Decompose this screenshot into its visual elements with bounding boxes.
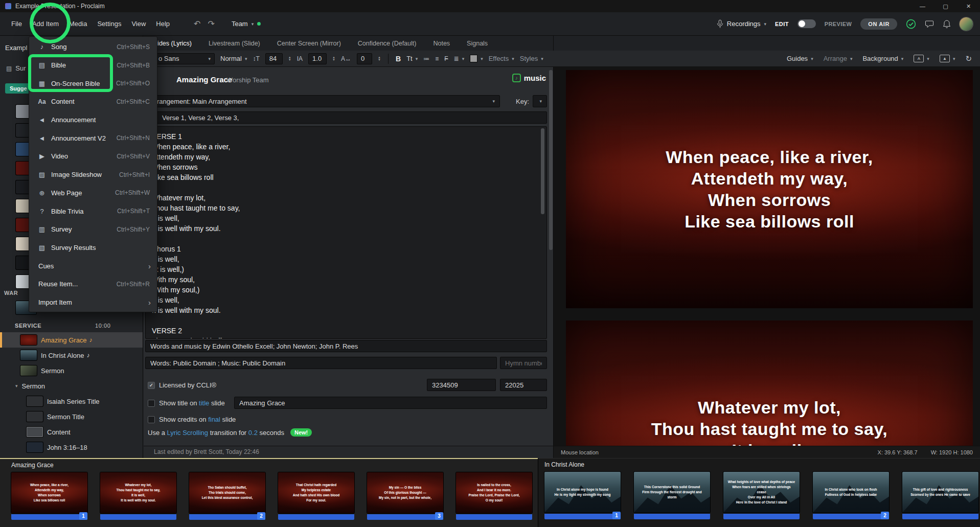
effects-dropdown[interactable]: Effects ▾ <box>489 55 514 62</box>
menubar-view[interactable]: View <box>126 15 151 32</box>
bullet-list-icon[interactable]: ≔ <box>423 55 429 62</box>
guides-dropdown[interactable]: Guides ▾ <box>787 55 813 62</box>
alignment-select[interactable]: ≣ ▾ <box>454 55 465 62</box>
ccli-checkbox[interactable]: ✓ <box>148 382 155 389</box>
team-dropdown[interactable]: Team ▾ <box>232 20 261 28</box>
slide-thumbnail[interactable]: In Christ alone my hope is foundHe is my… <box>544 472 621 519</box>
slide-thumbnail[interactable]: This gift of love and righteousnessScorn… <box>902 472 978 519</box>
tab-signals[interactable]: Signals <box>467 40 488 47</box>
text-case-select[interactable]: Tt ▾ <box>406 55 418 62</box>
clear-formatting-icon[interactable]: F <box>444 55 448 62</box>
letter-spacing-stepper[interactable]: ▲▼ <box>378 56 381 61</box>
arrange-dropdown[interactable]: Arrange ▾ <box>824 55 853 62</box>
lyrics-scrollbar[interactable] <box>541 128 544 214</box>
refresh-icon[interactable]: ↻ <box>965 54 972 63</box>
sidebar-nav-row[interactable]: ▤ Sur <box>6 64 26 72</box>
tab-confidence-default[interactable]: Confidence (Default) <box>358 40 417 47</box>
service-item-isaiah-series-title[interactable]: Isaiah Series Title <box>0 394 143 409</box>
service-item-amazing-grace[interactable]: Amazing Grace♪ <box>0 332 143 348</box>
hymn-number-input[interactable] <box>500 357 547 369</box>
font-style-select[interactable]: Normal ▾ <box>220 55 247 62</box>
menu-item-import-item[interactable]: Import Item› <box>29 293 157 312</box>
menu-item-cues[interactable]: Cues› <box>29 257 157 275</box>
tab-notes[interactable]: Notes <box>433 40 450 47</box>
show-credits-checkbox[interactable] <box>148 416 155 423</box>
menu-item-bible-trivia[interactable]: ?Bible TriviaCtrl+Shift+T <box>29 202 157 220</box>
font-size-input[interactable]: 84 <box>265 53 283 64</box>
menu-item-survey-results[interactable]: ▧Survey Results <box>29 239 157 257</box>
slide-thumbnail[interactable]: Whatever my lot,Thou hast taught me to s… <box>100 472 176 520</box>
preview-slide-next[interactable]: Whatever my lot,Thou hast taught me to s… <box>566 320 973 458</box>
menu-item-reuse-item[interactable]: Reuse Item...Ctrl+Shift+R <box>29 275 157 293</box>
service-item-sermon[interactable]: Sermon <box>0 363 143 378</box>
background-dropdown[interactable]: Background ▾ <box>862 55 903 62</box>
slide-thumbnail[interactable]: When peace, like a river,Attendeth my wa… <box>11 472 87 520</box>
authors-input[interactable] <box>145 340 547 352</box>
styles-dropdown[interactable]: Styles ▾ <box>520 55 543 62</box>
notifications-bell-icon[interactable] <box>943 19 951 29</box>
editor-scrollbar[interactable] <box>549 70 553 250</box>
line-spacing-icon[interactable]: ≡ <box>435 55 439 62</box>
minimize-button[interactable]: — <box>911 0 934 12</box>
recordings-dropdown[interactable]: Recordings ▾ <box>717 19 766 29</box>
slide-thumbnail[interactable]: What heights of love what depths of peac… <box>723 472 800 519</box>
status-check-icon[interactable] <box>906 19 916 29</box>
faithlife-music-link[interactable]: ♪ music <box>512 74 546 82</box>
tab-slides-lyrics[interactable]: Slides (Lyrics) <box>152 40 192 47</box>
font-family-select[interactable]: o Sans ▾ <box>154 53 215 64</box>
line-height-stepper[interactable]: ▲▼ <box>332 56 335 61</box>
edit-preview-toggle[interactable] <box>797 19 816 28</box>
text-color-select[interactable]: ▾ <box>470 55 483 62</box>
line-height-input[interactable]: 1.0 <box>308 53 327 64</box>
maximize-button[interactable]: ▢ <box>934 0 957 12</box>
insert-image-dropdown[interactable]: ▲ ▾ <box>940 55 955 62</box>
redo-icon[interactable]: ↷ <box>204 19 218 29</box>
menubar-settings[interactable]: Settings <box>92 15 126 32</box>
chat-icon[interactable] <box>925 19 934 29</box>
transition-duration-link[interactable]: 0.2 <box>248 429 258 437</box>
ccli-expiry-input[interactable] <box>500 379 547 391</box>
show-title-checkbox[interactable] <box>148 400 155 407</box>
song-team-tab[interactable]: Worship Team <box>226 76 269 84</box>
letter-spacing-input[interactable]: 0 <box>357 53 372 64</box>
tab-center-screen-mirror[interactable]: Center Screen (Mirror) <box>277 40 341 47</box>
transition-type-link[interactable]: Lyric Scrolling <box>167 429 208 437</box>
menu-item-announcement[interactable]: ◄Announcement <box>29 111 157 129</box>
on-air-button[interactable]: ON AIR <box>860 18 897 30</box>
service-item-in-christ-alone[interactable]: In Christ Alone♪ <box>0 348 143 363</box>
slide-thumbnail[interactable]: Is nailed to the cross,And I bear it no … <box>456 472 532 520</box>
menu-item-video[interactable]: ▶VideoCtrl+Shift+V <box>29 147 157 166</box>
copyright-input[interactable] <box>145 357 497 369</box>
close-button[interactable]: ✕ <box>957 0 980 12</box>
service-item-sermon-title[interactable]: Sermon Title <box>0 409 143 424</box>
undo-icon[interactable]: ↶ <box>190 19 204 29</box>
slide-thumbnail[interactable]: Tho Satan should buffet,Tho trials shoul… <box>189 472 265 520</box>
arrangement-select[interactable]: Arrangement: Main Arrangement ▾ <box>145 95 500 107</box>
menu-item-announcement-v2[interactable]: ◄Announcement V2Ctrl+Shift+N <box>29 129 157 147</box>
lyrics-editor[interactable]: VERSE 1 When peace, like a river, Attend… <box>145 126 547 339</box>
menu-item-image-slideshow[interactable]: ▨Image SlideshowCtrl+Shift+I <box>29 166 157 184</box>
slide-thumbnail[interactable]: In Christ alone who took on fleshFullnes… <box>813 472 889 519</box>
menubar-file[interactable]: File <box>6 15 27 32</box>
service-item-john-3-16-18[interactable]: John 3:16–18 <box>0 440 143 455</box>
menu-item-content[interactable]: AaContentCtrl+Shift+C <box>29 93 157 111</box>
insert-textbox-dropdown[interactable]: A ▾ <box>914 55 929 62</box>
menu-item-web-page[interactable]: ⊕Web PageCtrl+Shift+W <box>29 184 157 202</box>
tab-livestream-slide[interactable]: Livestream (Slide) <box>209 40 260 47</box>
preview-slide-current[interactable]: When peace, like a river,Attendeth my wa… <box>566 70 973 308</box>
menu-item-survey[interactable]: ▥SurveyCtrl+Shift+Y <box>29 220 157 239</box>
slide-thumbnail[interactable]: That Christ hath regardedMy helpless est… <box>278 472 354 520</box>
title-slide-text-input[interactable] <box>234 397 547 409</box>
bold-button[interactable]: B <box>396 55 401 63</box>
slide-thumbnail[interactable]: My sin — O the blissOf this glorious tho… <box>367 472 443 520</box>
title-slide-link[interactable]: title <box>199 399 209 407</box>
menubar-help[interactable]: Help <box>151 15 175 32</box>
final-slide-link[interactable]: final <box>208 416 220 423</box>
service-item-sermon[interactable]: ▾Sermon <box>0 378 143 394</box>
user-avatar[interactable] <box>960 17 973 31</box>
verse-order-input[interactable] <box>145 111 547 124</box>
ccli-number-input[interactable] <box>427 379 496 391</box>
service-item-content[interactable]: Content <box>0 424 143 440</box>
slide-thumbnail[interactable]: This Cornerstone this solid GroundFirm t… <box>634 472 710 519</box>
font-size-stepper[interactable]: ▲▼ <box>288 56 291 61</box>
